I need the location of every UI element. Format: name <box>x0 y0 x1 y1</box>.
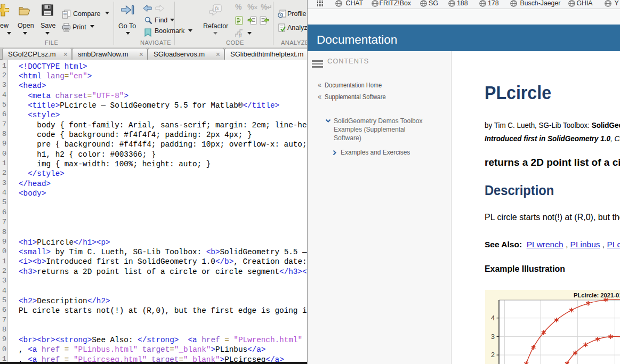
svg-text:fi: fi <box>239 32 242 38</box>
svg-text:3: 3 <box>491 333 495 341</box>
svg-text:fx: fx <box>215 5 219 11</box>
svg-text:PLcircle: 2021-01-: PLcircle: 2021-01- <box>574 292 620 298</box>
svg-text:4: 4 <box>491 314 495 322</box>
svg-text:2: 2 <box>491 351 495 359</box>
